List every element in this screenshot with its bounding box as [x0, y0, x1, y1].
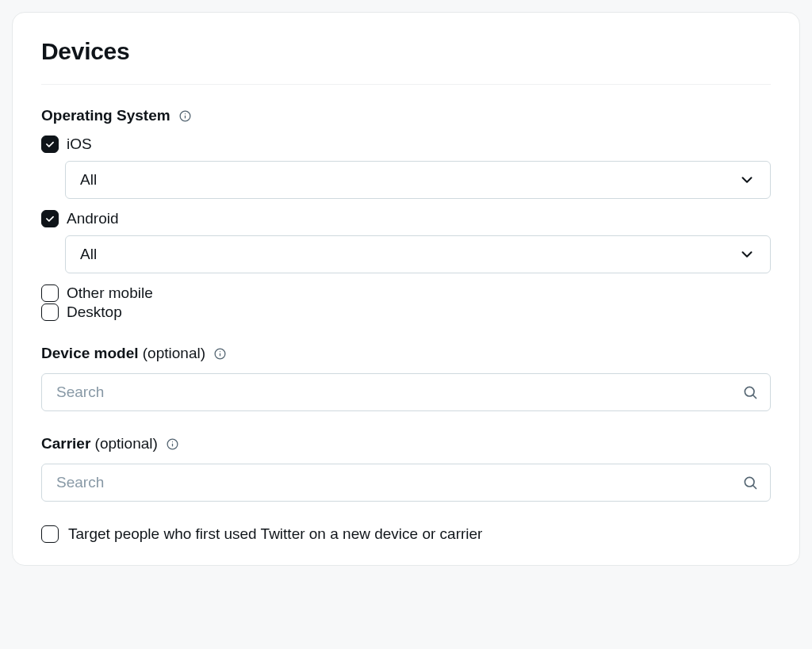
os-option-desktop-label: Desktop: [67, 304, 122, 321]
carrier-search-input[interactable]: [41, 464, 771, 502]
card-title: Devices: [41, 38, 771, 65]
device-model-label-text: Device model: [41, 345, 139, 361]
carrier-search-wrap: [41, 464, 771, 502]
device-model-optional-text: (optional): [143, 345, 205, 361]
android-version-dropdown[interactable]: All: [65, 235, 771, 273]
svg-point-5: [220, 351, 220, 352]
carrier-optional-text: (optional): [95, 435, 158, 452]
device-model-search-input[interactable]: [41, 373, 771, 411]
os-option-android: Android: [41, 210, 771, 227]
os-option-android-label: Android: [67, 210, 119, 227]
info-icon[interactable]: [166, 437, 179, 451]
checkbox-target-new-device[interactable]: [41, 525, 59, 543]
carrier-section-label: Carrier (optional): [41, 435, 771, 452]
os-option-other-mobile: Other mobile: [41, 284, 771, 302]
target-new-device-row: Target people who first used Twitter on …: [41, 525, 771, 543]
checkbox-desktop[interactable]: [41, 304, 59, 321]
os-option-other-mobile-label: Other mobile: [67, 284, 153, 302]
os-simple-options: Other mobile Desktop: [41, 284, 771, 321]
os-option-desktop: Desktop: [41, 304, 771, 321]
ios-version-dropdown[interactable]: All: [65, 161, 771, 199]
info-icon[interactable]: [178, 109, 192, 123]
os-option-ios-label: iOS: [67, 136, 92, 153]
devices-card: Devices Operating System iOS All: [12, 12, 800, 566]
checkbox-android[interactable]: [41, 210, 59, 227]
ios-dropdown-value: All: [80, 171, 97, 189]
info-icon[interactable]: [213, 347, 227, 361]
divider: [41, 84, 771, 85]
os-option-ios: iOS: [41, 136, 771, 153]
carrier-label-text: Carrier: [41, 435, 90, 452]
chevron-down-icon: [738, 171, 756, 189]
os-section-label: Operating System: [41, 107, 771, 124]
chevron-down-icon: [738, 246, 756, 263]
checkbox-ios[interactable]: [41, 136, 59, 153]
os-label-text: Operating System: [41, 107, 170, 124]
svg-point-2: [185, 113, 186, 114]
target-new-device-label: Target people who first used Twitter on …: [68, 525, 482, 543]
checkbox-other-mobile[interactable]: [41, 284, 59, 302]
device-model-section-label: Device model (optional): [41, 345, 771, 362]
svg-point-10: [172, 441, 173, 442]
device-model-search-wrap: [41, 373, 771, 411]
android-dropdown-value: All: [80, 246, 97, 263]
